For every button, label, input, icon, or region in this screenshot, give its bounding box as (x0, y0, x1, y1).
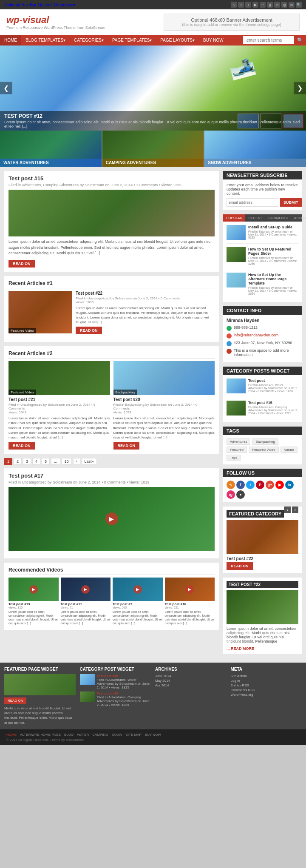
newsletter-submit[interactable]: SUBMIT (280, 198, 302, 207)
video-4-title: Test post #16 (165, 602, 215, 606)
page-5[interactable]: 5 (42, 458, 50, 465)
page-4[interactable]: 4 (32, 458, 40, 465)
follow-youtube[interactable]: ▶ (275, 481, 284, 489)
page-last[interactable]: Last» (82, 458, 97, 465)
youtube-icon[interactable]: ▶ (252, 2, 258, 8)
tags-list: Adventures Backpacking Featured Featured… (227, 438, 298, 461)
rss-icon[interactable]: ∿ (231, 2, 237, 8)
category-camping[interactable]: CAMPING ADVENTURES (102, 131, 204, 167)
follow-rss[interactable]: ∿ (227, 481, 235, 489)
contact-widget: CONTACT INFO Miranda Hayden 888-888-1212… (223, 306, 302, 362)
page-next[interactable]: › (73, 458, 80, 465)
follow-instagram[interactable]: ig (227, 490, 235, 499)
article-22-text: Lorem ipsum dolor sit amet, consectetuer… (76, 306, 215, 325)
footer-nav-home[interactable]: HOME (6, 733, 17, 737)
topnav-option2[interactable]: Option2 (38, 3, 53, 7)
footer-nav-alternate[interactable]: ALTERNATE HOME PAGE (20, 733, 61, 737)
twitter-icon[interactable]: t (245, 2, 251, 8)
tag-trips[interactable]: Trips (227, 455, 241, 461)
video-1-title: Test post #13 (8, 602, 59, 606)
nav-page-templates[interactable]: PAGE TEMPLATES▾ (108, 35, 156, 46)
popular-post-3-img (227, 273, 246, 287)
video-4-play[interactable]: ▶ (185, 585, 194, 594)
top-nav-links: Optional Nav Bar Option2 Dropdown▾ (4, 3, 75, 7)
follow-extra[interactable]: ● (236, 490, 245, 499)
featured-cat-next[interactable]: › (292, 507, 298, 513)
popular-post-3: How to Set Up the Alternate Home Page Te… (227, 273, 298, 299)
topnav-dropdown[interactable]: Dropdown▾ (54, 3, 76, 7)
article-21-read-on[interactable]: READ ON (8, 442, 35, 450)
footer-featured-read-on[interactable]: READ ON (4, 697, 26, 704)
post-15-read-on[interactable]: READ ON (8, 260, 35, 268)
follow-pinterest[interactable]: P (256, 481, 264, 489)
play-button[interactable]: ▶ (105, 512, 118, 525)
test22-more-link[interactable]: ... READ MORE (227, 646, 254, 651)
article-22-read-on[interactable]: READ ON (76, 327, 102, 334)
tag-featured-video[interactable]: Featured Video (249, 447, 279, 453)
nav-categories[interactable]: CATEGORIES▾ (70, 35, 108, 46)
popular-tabs: POPULAR RECENT COMMENTS ARCHIVES (223, 214, 302, 222)
page-1[interactable]: 1 (4, 458, 12, 465)
video-2-play[interactable]: ▶ (81, 585, 90, 594)
footer-nav-snow[interactable]: SNOW (112, 733, 122, 737)
page-2[interactable]: 2 (14, 458, 22, 465)
main-nav: HOME BLOG TEMPLATES▾ CATEGORIES▾ PAGE TE… (0, 35, 306, 46)
slider-prev-button[interactable]: ❮ (0, 82, 12, 94)
article-22-featured-label: Featured Video (8, 328, 36, 333)
nav-home[interactable]: HOME (0, 35, 21, 46)
test22-widget-image (227, 590, 298, 624)
category-snow[interactable]: SNOW ADVENTURES (204, 131, 306, 167)
nav-blog-templates[interactable]: BLOG TEMPLATES▾ (21, 35, 70, 46)
featured-cat-prev[interactable]: ‹ (284, 507, 290, 513)
video-2-thumb[interactable]: ▶ (61, 578, 111, 601)
googleplus-icon[interactable]: g (267, 2, 273, 8)
tag-featured[interactable]: Featured (227, 447, 247, 453)
post-17: Test post #17 Filed in Uncategorized by … (4, 468, 219, 558)
nav-buy-now[interactable]: BUY NOW (199, 35, 228, 46)
cat-post-1-title: Test post (248, 379, 298, 383)
facebook-icon[interactable]: f (238, 2, 244, 8)
topnav-optional[interactable]: Optional Nav Bar (4, 3, 37, 7)
search-input[interactable] (243, 36, 294, 44)
nav-page-layouts[interactable]: PAGE LAYOUTS▾ (156, 35, 199, 46)
featured-cat-read-on[interactable]: READ ON (227, 562, 253, 570)
search-button[interactable]: 🔍 (294, 36, 306, 45)
footer-nav-water[interactable]: WATER (77, 733, 89, 737)
category-water[interactable]: WATER ADVENTURES (0, 131, 102, 167)
tab-archives[interactable]: ARCHIVES (291, 214, 306, 222)
newsletter-email-input[interactable] (227, 198, 278, 207)
tab-popular[interactable]: POPULAR (223, 214, 245, 222)
article-20-read-on[interactable]: READ ON (113, 442, 140, 450)
pinterest-icon[interactable]: P (260, 2, 266, 8)
footer-featured-page-img (4, 674, 76, 695)
page-3[interactable]: 3 (23, 458, 31, 465)
video-1-play[interactable]: ▶ (29, 585, 38, 594)
tag-nature[interactable]: Nature (280, 447, 298, 453)
slider-next-button[interactable]: ❯ (294, 82, 306, 94)
video-1-thumb[interactable]: ▶ (8, 578, 59, 601)
mail-icon[interactable]: ✉ (289, 2, 295, 8)
tag-backpacking[interactable]: Backpacking (252, 438, 278, 445)
tab-comments[interactable]: COMMENTS (265, 214, 291, 222)
contact-email-link[interactable]: info@mirandahayden.com (234, 333, 278, 337)
footer-nav-blog[interactable]: BLOG (64, 733, 74, 737)
footer-nav-buy[interactable]: BUY NOW (145, 733, 161, 737)
follow-linkedin[interactable]: in (285, 481, 294, 489)
video-3-play[interactable]: ▶ (133, 585, 142, 594)
page-10[interactable]: 10 (62, 458, 72, 465)
video-3-thumb[interactable]: ▶ (113, 578, 163, 601)
footer-nav-camping[interactable]: CAMPING (92, 733, 108, 737)
search-icon[interactable]: 🔍 (296, 2, 302, 8)
newsletter-form: SUBMIT (227, 198, 298, 207)
footer-featured-text: Morbi quis risus at nisi blondit feugiat… (4, 706, 76, 725)
instagram-icon[interactable]: ig (281, 2, 287, 8)
tab-recent[interactable]: RECENT (245, 214, 265, 222)
tag-adventures[interactable]: Adventures (227, 438, 250, 445)
follow-facebook[interactable]: f (236, 481, 245, 489)
follow-googleplus[interactable]: g+ (266, 481, 274, 489)
footer-nav-sitemap[interactable]: SITE MAP (125, 733, 141, 737)
video-4-thumb[interactable]: ▶ (165, 578, 215, 601)
follow-twitter[interactable]: t (246, 481, 255, 489)
linkedin-icon[interactable]: in (274, 2, 280, 8)
video-3: ▶ Test post #7 views: 560 Lorem ipsum do… (113, 578, 163, 625)
